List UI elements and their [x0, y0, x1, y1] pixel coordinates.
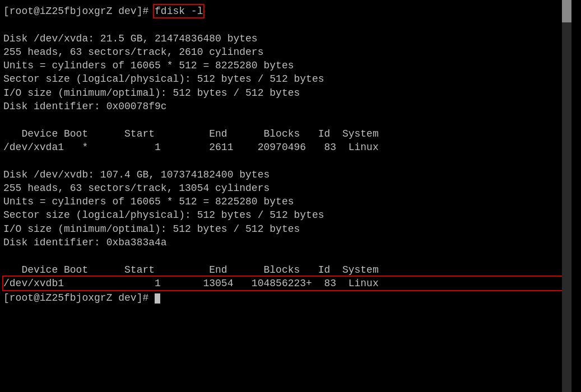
blank-line-4 — [3, 249, 568, 263]
final-prompt: [root@iZ25fbjoxgrZ dev]# — [3, 292, 155, 304]
xvdb-disk-info: Disk /dev/xvdb: 107.4 GB, 107374182400 b… — [3, 168, 568, 181]
terminal-window: [root@iZ25fbjoxgrZ dev]# fdisk -l Disk /… — [0, 0, 571, 392]
xvda-io-size: I/O size (minimum/optimal): 512 bytes / … — [3, 86, 568, 100]
command-highlight-box: fdisk -l — [155, 6, 203, 17]
final-prompt-line: [root@iZ25fbjoxgrZ dev]# — [3, 291, 568, 305]
xvdb-units: Units = cylinders of 16065 * 512 = 82252… — [3, 195, 568, 208]
scrollbar-thumb[interactable] — [562, 0, 571, 22]
xvdb1-row: /dev/xvdb1 1 13054 104856223+ 83 Linux — [3, 277, 568, 290]
xvda-table-header: Device Boot Start End Blocks Id System — [3, 127, 568, 141]
blank-line-2 — [3, 113, 568, 127]
blank-line-1 — [3, 18, 568, 31]
xvdb-table-header: Device Boot Start End Blocks Id System — [3, 263, 568, 277]
xvdb-sector-size: Sector size (logical/physical): 512 byte… — [3, 208, 568, 222]
command-line: [root@iZ25fbjoxgrZ dev]# fdisk -l — [3, 4, 568, 18]
xvda-disk-info: Disk /dev/xvda: 21.5 GB, 21474836480 byt… — [3, 32, 568, 45]
xvdb-io-size: I/O size (minimum/optimal): 512 bytes / … — [3, 222, 568, 236]
cursor — [155, 293, 160, 304]
xvda-disk-id: Disk identifier: 0x00078f9c — [3, 100, 568, 113]
xvda-heads: 255 heads, 63 sectors/track, 2610 cylind… — [3, 45, 568, 59]
xvda-units: Units = cylinders of 16065 * 512 = 82252… — [3, 59, 568, 72]
command-text: fdisk -l — [155, 6, 203, 17]
xvda1-row: /dev/xvda1 * 1 2611 20970496 83 Linux — [3, 141, 568, 154]
prompt: [root@iZ25fbjoxgrZ dev]# — [3, 6, 155, 17]
xvdb1-row-highlight-box: /dev/xvdb1 1 13054 104856223+ 83 Linux — [3, 277, 568, 290]
xvda-sector-size: Sector size (logical/physical): 512 byte… — [3, 72, 568, 86]
xvdb-heads: 255 heads, 63 sectors/track, 13054 cylin… — [3, 181, 568, 195]
scrollbar[interactable] — [562, 0, 571, 392]
blank-line-3 — [3, 154, 568, 167]
xvdb-disk-id: Disk identifier: 0xba383a4a — [3, 236, 568, 249]
